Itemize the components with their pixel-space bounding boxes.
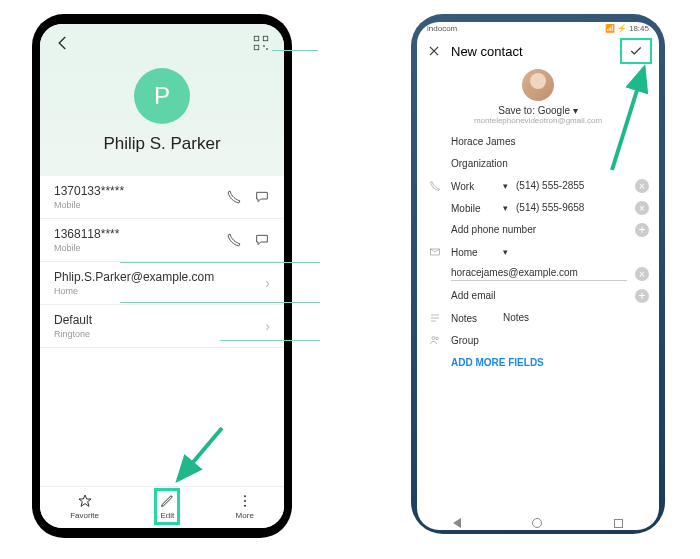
screen-left: P Philip S. Parker 1370133***** Mobile 1…: [40, 24, 284, 528]
clear-icon[interactable]: ×: [635, 267, 649, 281]
add-more-fields[interactable]: ADD MORE FIELDS: [427, 351, 649, 372]
add-phone-row[interactable]: Add phone number +: [427, 219, 649, 241]
callout-line: [220, 340, 320, 341]
callout-line: [120, 302, 320, 303]
carrier: indocom: [427, 24, 457, 33]
android-navbar: [417, 514, 659, 530]
favorite-button[interactable]: Favorite: [70, 493, 99, 520]
clear-icon[interactable]: ×: [635, 201, 649, 215]
mail-icon: [427, 246, 443, 258]
phone-type[interactable]: Work: [451, 181, 495, 192]
nav-back-icon[interactable]: [453, 518, 461, 528]
title-bar: New contact: [417, 35, 659, 67]
chevron-right-icon: ›: [265, 318, 270, 334]
notes-label: Notes: [451, 313, 495, 324]
close-icon[interactable]: [427, 44, 441, 58]
email-value: horacejames@example.com: [451, 267, 627, 281]
email-type[interactable]: Home: [451, 247, 495, 258]
confirm-button[interactable]: [623, 41, 649, 61]
nav-recent-icon[interactable]: [614, 519, 623, 528]
name-value: Horace James: [451, 136, 649, 148]
ringtone-row[interactable]: Default Ringtone ›: [40, 305, 284, 348]
time: 18:45: [629, 24, 649, 33]
chevron-down-icon: ▾: [573, 105, 578, 116]
phone-number: 1368118****: [54, 227, 226, 241]
back-icon[interactable]: [54, 34, 72, 52]
callout-line: [272, 50, 318, 51]
notes-placeholder: Notes: [503, 312, 649, 324]
email-address: Phlip.S.Parker@example.com: [54, 270, 265, 284]
save-to-row[interactable]: Save to: Google ▾: [427, 105, 649, 116]
ringtone-label: Ringtone: [54, 329, 265, 339]
group-icon: [427, 334, 443, 346]
page-title: New contact: [451, 44, 613, 59]
notes-row[interactable]: Notes Notes: [427, 307, 649, 329]
status-bar: indocom 📶 ⚡ 18:45: [417, 22, 659, 35]
chevron-right-icon: ›: [265, 275, 270, 291]
message-icon[interactable]: [254, 232, 270, 248]
call-icon[interactable]: [226, 189, 242, 205]
contact-form: Save to: Google ▾ montelephonevideotron@…: [417, 67, 659, 514]
contact-list: 1370133***** Mobile 1368118**** Mobile: [40, 176, 284, 486]
avatar[interactable]: P: [134, 68, 190, 124]
svg-point-10: [436, 337, 439, 340]
phone-type: Mobile: [54, 243, 226, 253]
phone-value: (514) 555-2855: [516, 180, 627, 192]
add-email-row[interactable]: Add email +: [427, 285, 649, 307]
phone-type[interactable]: Mobile: [451, 203, 495, 214]
email-field[interactable]: horacejames@example.com ×: [427, 263, 649, 285]
svg-rect-0: [254, 36, 259, 41]
organization-placeholder: Organization: [451, 158, 649, 170]
organization-field[interactable]: Organization: [427, 153, 649, 175]
header: [40, 24, 284, 62]
email-row[interactable]: Phlip.S.Parker@example.com Home ›: [40, 262, 284, 305]
chevron-down-icon: ▾: [503, 247, 508, 257]
star-icon: [77, 493, 93, 509]
more-icon: [237, 493, 253, 509]
phone-field[interactable]: Work ▾ (514) 555-2855 ×: [427, 175, 649, 197]
save-to-value: Google: [538, 105, 570, 116]
chevron-down-icon: ▾: [503, 203, 508, 213]
phone-row[interactable]: 1370133***** Mobile: [40, 176, 284, 219]
phone-value: (514) 555-9658: [516, 202, 627, 214]
svg-point-7: [244, 505, 246, 507]
account-email: montelephonevideotron@gmail.com: [427, 116, 649, 125]
avatar-letter: P: [154, 82, 170, 110]
phone-number: 1370133*****: [54, 184, 226, 198]
email-type-row[interactable]: Home ▾: [427, 241, 649, 263]
favorite-label: Favorite: [70, 511, 99, 520]
more-label: More: [236, 511, 254, 520]
screen-right: indocom 📶 ⚡ 18:45 New contact Save to: G…: [417, 22, 659, 530]
more-button[interactable]: More: [236, 493, 254, 520]
phone-frame-right: indocom 📶 ⚡ 18:45 New contact Save to: G…: [411, 14, 665, 534]
bottom-bar: Favorite Edit More: [40, 486, 284, 528]
edit-icon: [159, 493, 175, 509]
plus-icon: +: [635, 289, 649, 303]
add-email-label: Add email: [451, 290, 627, 302]
phone-field[interactable]: Mobile ▾ (514) 555-9658 ×: [427, 197, 649, 219]
contact-name: Philip S. Parker: [40, 134, 284, 154]
name-field[interactable]: Horace James: [427, 131, 649, 153]
nav-home-icon[interactable]: [532, 518, 542, 528]
phone-frame-left: P Philip S. Parker 1370133***** Mobile 1…: [32, 14, 292, 538]
qr-icon[interactable]: [252, 34, 270, 52]
ringtone-value: Default: [54, 313, 265, 327]
group-row[interactable]: Group: [427, 329, 649, 351]
svg-point-9: [432, 337, 435, 340]
group-label: Group: [451, 335, 495, 346]
edit-label: Edit: [160, 511, 174, 520]
email-type: Home: [54, 286, 265, 296]
message-icon[interactable]: [254, 189, 270, 205]
svg-rect-4: [266, 48, 268, 50]
status-icons: 📶 ⚡ 18:45: [605, 24, 649, 33]
avatar-image[interactable]: [522, 69, 554, 101]
call-icon[interactable]: [226, 232, 242, 248]
save-to-label: Save to:: [498, 105, 535, 116]
phone-icon: [427, 180, 443, 192]
plus-icon: +: [635, 223, 649, 237]
clear-icon[interactable]: ×: [635, 179, 649, 193]
edit-button[interactable]: Edit: [159, 493, 175, 520]
chevron-down-icon: ▾: [503, 181, 508, 191]
contact-hero: P Philip S. Parker: [40, 62, 284, 176]
phone-row[interactable]: 1368118**** Mobile: [40, 219, 284, 262]
